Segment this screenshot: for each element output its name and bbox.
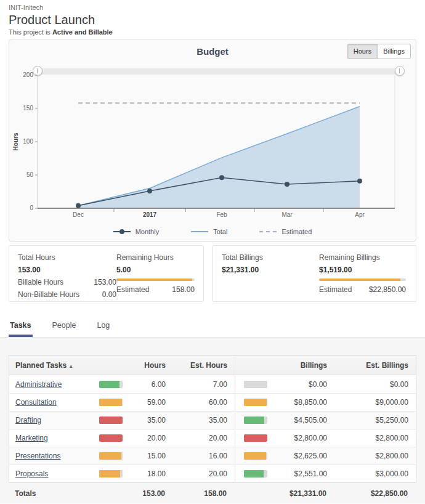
billings-summary-box: Total Billings $21,331.00 Remaining Bill… bbox=[212, 245, 416, 302]
hours-progress-bar bbox=[99, 434, 135, 442]
legend-total-label: Total bbox=[213, 228, 227, 235]
y-tick-label: 200 bbox=[23, 71, 33, 78]
task-link[interactable]: Consultation bbox=[15, 398, 57, 407]
hours-progress-bar bbox=[99, 452, 135, 460]
billings-progress-bar-fill bbox=[244, 399, 267, 406]
billable-hours-value: 153.00 bbox=[94, 278, 116, 287]
hours-bar-column-header bbox=[99, 356, 135, 375]
total-line-marker-icon bbox=[191, 231, 208, 232]
table-row: Drafting35.0035.00$4,505.00$5,250.00 bbox=[9, 411, 416, 429]
hours-cell: 6.00 bbox=[135, 380, 173, 389]
estimated-hours-value: 158.00 bbox=[172, 285, 195, 294]
table-row: Presentations15.0016.00$2,625.00$2,800.0… bbox=[9, 447, 416, 465]
hours-progress-bar-track bbox=[99, 452, 123, 460]
tab-log[interactable]: Log bbox=[95, 319, 111, 337]
task-cell: Presentations bbox=[9, 452, 99, 460]
est-billings-cell: $0.00 bbox=[334, 380, 416, 389]
totals-est-billings: $22,850.00 bbox=[334, 489, 415, 498]
billings-column-header[interactable]: Billings bbox=[279, 356, 334, 375]
billings-cell: $0.00 bbox=[279, 380, 334, 389]
billings-progress-bar bbox=[235, 429, 279, 447]
totals-hours: 153.00 bbox=[134, 489, 172, 498]
hours-progress-bar bbox=[99, 381, 135, 388]
estimated-line-marker-icon bbox=[259, 231, 277, 232]
billings-progress-bar-fill bbox=[244, 470, 264, 478]
table-row: Consultation59.0060.00$8,850.00$9,000.00 bbox=[9, 393, 416, 411]
total-billings-label: Total Billings bbox=[222, 253, 319, 262]
task-table-body: Administrative6.007.00$0.00$0.00Consulta… bbox=[9, 375, 416, 482]
table-row: Administrative6.007.00$0.00$0.00 bbox=[9, 375, 416, 393]
hours-toggle-button[interactable]: Hours bbox=[347, 44, 377, 59]
totals-label: Totals bbox=[9, 489, 99, 498]
billings-progress-bar-track bbox=[244, 417, 267, 424]
task-link[interactable]: Proposals bbox=[15, 469, 48, 478]
total-hours-label: Total Hours bbox=[18, 253, 116, 262]
est-hours-cell: 60.00 bbox=[173, 398, 235, 407]
legend-monthly: Monthly bbox=[113, 228, 160, 235]
non-billable-hours-value: 0.00 bbox=[102, 290, 116, 299]
totals-est-hours: 158.00 bbox=[172, 489, 234, 498]
project-status-prefix: This project is bbox=[9, 28, 51, 36]
x-tick-label: Apr bbox=[355, 211, 365, 218]
remaining-billings-progress bbox=[319, 278, 406, 281]
planned-tasks-table: Planned Tasks▲ Hours Est. Hours Billings… bbox=[9, 355, 416, 483]
legend-estimated: Estimated bbox=[259, 228, 312, 235]
billings-progress-bar bbox=[235, 412, 279, 429]
y-tick-label: 50 bbox=[26, 171, 34, 178]
remaining-hours-progress-fill bbox=[116, 278, 192, 281]
billings-progress-bar-fill bbox=[244, 452, 266, 460]
chart-legend: Monthly Total Estimated bbox=[9, 228, 416, 235]
est-billings-cell: $2,800.00 bbox=[334, 452, 416, 460]
billings-toggle-button[interactable]: Billings bbox=[377, 44, 411, 59]
billings-progress-bar-fill bbox=[244, 434, 267, 442]
page-header: INIT-Initech Product Launch This project… bbox=[0, 0, 425, 36]
budget-panel: Budget Hours Billings 050100150200HoursD… bbox=[9, 39, 416, 242]
hours-progress-bar-fill bbox=[99, 434, 123, 442]
est-billings-column-header[interactable]: Est. Billings bbox=[334, 356, 416, 375]
est-billings-cell: $9,000.00 bbox=[334, 398, 416, 407]
estimated-hours-label: Estimated bbox=[116, 285, 149, 294]
remaining-hours-value: 5.00 bbox=[116, 266, 195, 274]
remaining-billings-label: Remaining Billings bbox=[319, 253, 406, 262]
est-billings-cell: $3,000.00 bbox=[334, 469, 416, 478]
table-row: Proposals18.0020.00$2,551.00$3,000.00 bbox=[9, 465, 416, 482]
task-cell: Consultation bbox=[9, 398, 99, 407]
x-tick-label: Feb bbox=[216, 211, 227, 218]
est-hours-column-header[interactable]: Est. Hours bbox=[173, 356, 235, 375]
tab-people[interactable]: People bbox=[51, 319, 78, 337]
legend-total: Total bbox=[191, 228, 227, 235]
hours-progress-bar bbox=[99, 470, 135, 478]
hours-cell: 35.00 bbox=[135, 416, 173, 425]
hours-summary-box: Total Hours 153.00 Billable Hours 153.00… bbox=[9, 245, 204, 302]
client-name: INIT-Initech bbox=[9, 4, 416, 11]
monthly-point bbox=[285, 182, 289, 187]
monthly-point bbox=[147, 189, 152, 193]
sort-ascending-icon: ▲ bbox=[68, 364, 73, 369]
project-status-value: Active and Billable bbox=[52, 28, 113, 36]
budget-chart: 050100150200HoursDec2017FebMarApr bbox=[9, 70, 417, 221]
project-status: This project is Active and Billable bbox=[9, 28, 416, 36]
y-tick-label: 0 bbox=[30, 205, 33, 211]
monthly-point bbox=[357, 179, 362, 184]
hours-progress-bar-fill bbox=[99, 399, 122, 406]
hours-progress-bar-track bbox=[99, 470, 123, 478]
est-billings-cell: $2,800.00 bbox=[334, 434, 416, 442]
x-tick-label: 2017 bbox=[143, 211, 157, 218]
hours-progress-bar-track bbox=[99, 381, 123, 388]
y-axis-title: Hours bbox=[12, 132, 19, 150]
task-link[interactable]: Drafting bbox=[15, 416, 41, 425]
estimated-billings-value: $22,850.00 bbox=[369, 285, 406, 294]
hours-column-header[interactable]: Hours bbox=[135, 356, 173, 375]
estimated-hours-row: Estimated 158.00 bbox=[116, 285, 195, 294]
task-link[interactable]: Presentations bbox=[15, 452, 60, 460]
hours-progress-bar-fill bbox=[99, 452, 121, 460]
task-link[interactable]: Administrative bbox=[15, 380, 62, 389]
remaining-hours-progress bbox=[116, 278, 195, 281]
non-billable-hours-row: Non-Billable Hours 0.00 bbox=[18, 290, 116, 299]
est-hours-cell: 20.00 bbox=[173, 469, 235, 478]
x-tick-label: Mar bbox=[281, 211, 293, 218]
task-link[interactable]: Marketing bbox=[15, 434, 48, 442]
tab-tasks[interactable]: Tasks bbox=[9, 319, 33, 337]
billings-cell: $8,850.00 bbox=[279, 398, 334, 407]
planned-tasks-column-header[interactable]: Planned Tasks▲ bbox=[9, 356, 99, 375]
